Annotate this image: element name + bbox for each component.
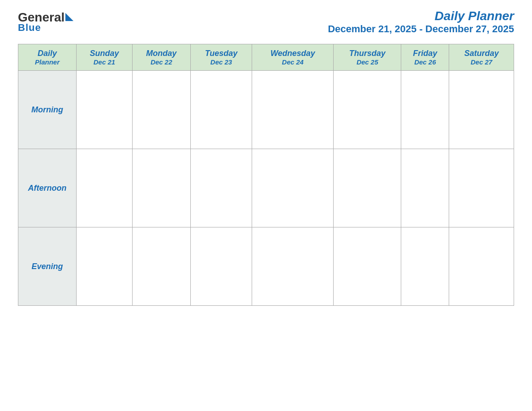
header-row: Daily Planner Sunday Dec 21 Monday Dec 2…	[18, 44, 514, 71]
wednesday-label: Wednesday	[254, 49, 331, 58]
morning-row: Morning	[18, 71, 514, 149]
morning-thursday[interactable]	[334, 71, 401, 149]
title-block: Daily Planner December 21, 2025 - Decemb…	[328, 9, 514, 35]
thursday-date: Dec 25	[336, 58, 399, 66]
corner-label-line2: Planner	[21, 58, 74, 66]
afternoon-friday[interactable]	[401, 149, 449, 227]
morning-sunday[interactable]	[77, 71, 133, 149]
page-title: Daily Planner	[328, 9, 514, 23]
thursday-label: Thursday	[336, 49, 399, 58]
col-header-friday: Friday Dec 26	[401, 44, 449, 71]
monday-label: Monday	[135, 49, 188, 58]
evening-row: Evening	[18, 227, 514, 306]
sunday-date: Dec 21	[79, 58, 130, 66]
evening-sunday[interactable]	[77, 227, 133, 306]
morning-wednesday[interactable]	[252, 71, 334, 149]
afternoon-saturday[interactable]	[449, 149, 514, 227]
afternoon-sunday[interactable]	[77, 149, 133, 227]
afternoon-tuesday[interactable]	[190, 149, 252, 227]
friday-label: Friday	[403, 49, 446, 58]
evening-friday[interactable]	[401, 227, 449, 306]
col-header-thursday: Thursday Dec 25	[334, 44, 401, 71]
morning-label: Morning	[18, 71, 77, 149]
saturday-label: Saturday	[451, 49, 511, 58]
corner-label-line1: Daily	[21, 49, 74, 58]
evening-saturday[interactable]	[449, 227, 514, 306]
col-header-tuesday: Tuesday Dec 23	[190, 44, 252, 71]
morning-tuesday[interactable]	[190, 71, 252, 149]
page-header: General Blue Daily Planner December 21, …	[18, 9, 514, 35]
afternoon-thursday[interactable]	[334, 149, 401, 227]
evening-tuesday[interactable]	[190, 227, 252, 306]
planner-table: Daily Planner Sunday Dec 21 Monday Dec 2…	[18, 44, 514, 306]
morning-monday[interactable]	[132, 71, 190, 149]
col-header-wednesday: Wednesday Dec 24	[252, 44, 334, 71]
tuesday-date: Dec 23	[193, 58, 250, 66]
logo-triangle-icon	[65, 13, 73, 21]
logo-blue-label: Blue	[18, 23, 41, 33]
morning-friday[interactable]	[401, 71, 449, 149]
friday-date: Dec 26	[403, 58, 446, 66]
evening-thursday[interactable]	[334, 227, 401, 306]
wednesday-date: Dec 24	[254, 58, 331, 66]
afternoon-monday[interactable]	[132, 149, 190, 227]
afternoon-wednesday[interactable]	[252, 149, 334, 227]
morning-saturday[interactable]	[449, 71, 514, 149]
afternoon-row: Afternoon	[18, 149, 514, 227]
col-header-saturday: Saturday Dec 27	[449, 44, 514, 71]
col-header-sunday: Sunday Dec 21	[77, 44, 133, 71]
evening-wednesday[interactable]	[252, 227, 334, 306]
afternoon-label: Afternoon	[18, 149, 77, 227]
evening-label: Evening	[18, 227, 77, 306]
saturday-date: Dec 27	[451, 58, 511, 66]
logo: General Blue	[18, 11, 73, 33]
evening-monday[interactable]	[132, 227, 190, 306]
col-header-monday: Monday Dec 22	[132, 44, 190, 71]
tuesday-label: Tuesday	[193, 49, 250, 58]
monday-date: Dec 22	[135, 58, 188, 66]
date-range: December 21, 2025 - December 27, 2025	[328, 23, 514, 35]
sunday-label: Sunday	[79, 49, 130, 58]
corner-header: Daily Planner	[18, 44, 77, 71]
